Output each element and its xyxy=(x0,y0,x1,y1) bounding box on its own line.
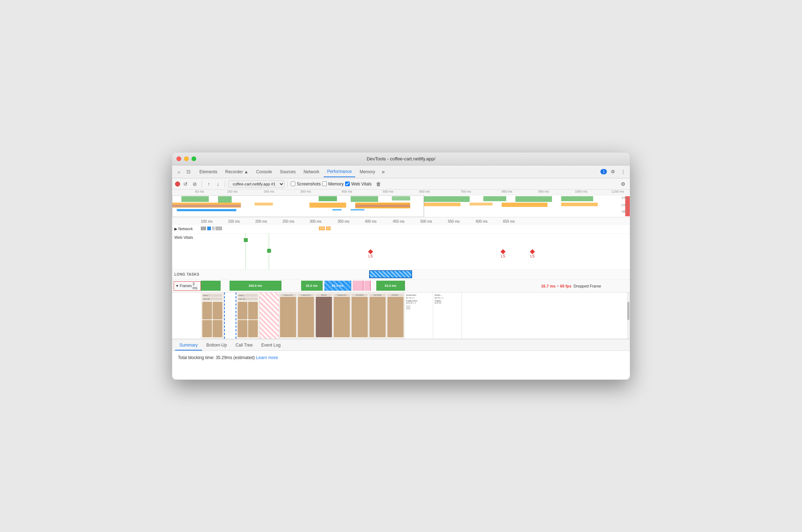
long-tasks-row: LONG TASKS xyxy=(172,270,630,280)
reload-record-button[interactable]: ↺ xyxy=(182,180,189,188)
close-button[interactable] xyxy=(177,156,181,161)
overview-bars[interactable]: FPS CPU NET xyxy=(172,195,630,217)
frame-seg-6 xyxy=(364,281,371,291)
memory-checkbox[interactable] xyxy=(322,182,327,186)
tab-console[interactable]: Console xyxy=(253,166,276,177)
timeline-overview: 50 ms 150 ms 250 ms 350 ms 450 ms 550 ms… xyxy=(172,190,630,217)
frame-seg-2: 150.0 ms xyxy=(230,281,281,291)
net-block-4 xyxy=(216,227,222,230)
learn-more-link[interactable]: Learn more xyxy=(256,355,278,360)
screenshot-1[interactable]: menu cart (0) xyxy=(201,292,224,339)
screenshot-6[interactable]: Cappuccino xyxy=(333,292,351,339)
screenshot-3[interactable]: Cappuccino xyxy=(279,292,297,339)
mark-600: 600 ms xyxy=(476,219,488,223)
tab-sources[interactable]: Sources xyxy=(276,166,299,177)
tab-recorder[interactable]: Recorder ▲ xyxy=(222,166,252,177)
more-tabs-button[interactable]: » xyxy=(380,169,387,175)
record-button[interactable] xyxy=(175,182,180,187)
tab-icons: ⌕ ⊡ xyxy=(175,168,192,176)
web-vitals-row: Web Vitals LS LS LS xyxy=(172,234,630,270)
screenshot-5[interactable]: Mocha xyxy=(315,292,333,339)
ruler-mark-450: 450 ms xyxy=(342,190,352,193)
svg-rect-10 xyxy=(255,203,273,205)
frame-seg-7: 33.3 ms xyxy=(376,281,405,291)
mark-250: 250 ms xyxy=(282,219,294,223)
frames-time: 3 ms xyxy=(193,282,199,290)
screenshots-content: menu cart (0) menu cart (0) xyxy=(201,292,627,339)
svg-rect-2 xyxy=(319,196,337,201)
svg-rect-13 xyxy=(424,203,460,206)
mark-100: 100 ms xyxy=(201,219,213,223)
fullscreen-button[interactable] xyxy=(192,156,196,161)
tab-event-log[interactable]: Event Log xyxy=(257,340,285,350)
screenshots-strip: menu cart (0) menu cart (0) xyxy=(172,292,630,339)
screenshot-9[interactable]: Flat Wh... xyxy=(387,292,405,339)
tab-call-tree[interactable]: Call Tree xyxy=(231,340,257,350)
web-vitals-toggle[interactable]: Web Vitals xyxy=(345,182,372,187)
network-label[interactable]: ▶ Network xyxy=(172,227,201,231)
dropped-frame-info: 16.7 ms ~ 60 fps Dropped Frame xyxy=(541,284,601,288)
main-ruler: 100 ms 150 ms 200 ms 250 ms 300 ms 350 m… xyxy=(172,217,630,224)
screenshot-7[interactable]: Flat White xyxy=(351,292,369,339)
frame-seg-4: 83.3 ms xyxy=(324,281,351,291)
tab-memory[interactable]: Memory xyxy=(356,166,378,177)
tab-performance[interactable]: Performance xyxy=(324,166,356,177)
screenshots-checkbox[interactable] xyxy=(291,182,295,186)
ls-marker-3: LS xyxy=(530,250,535,258)
frames-label: ▼ Frames 3 ms xyxy=(172,281,201,291)
ls-marker-2: LS xyxy=(501,250,505,258)
download-button[interactable]: ↓ xyxy=(214,180,222,188)
minimize-button[interactable] xyxy=(184,156,189,161)
clear-button[interactable]: ⊘ xyxy=(191,180,199,188)
long-tasks-label: LONG TASKS xyxy=(172,272,201,276)
long-task-block xyxy=(369,270,412,278)
title-bar: DevTools - coffee-cart.netlify.app/ xyxy=(172,153,630,165)
svg-rect-5 xyxy=(424,196,470,202)
timeline-scrollbar[interactable] xyxy=(627,292,630,339)
network-content xyxy=(201,224,630,233)
svg-rect-3 xyxy=(351,196,378,202)
green-dot-2 xyxy=(267,249,271,253)
upload-button[interactable]: ↑ xyxy=(205,180,213,188)
screenshot-8[interactable]: Flat White xyxy=(369,292,387,339)
screenshot-cart-2[interactable]: Ameri... $9.00 x 1 Cappu... $19.00 xyxy=(433,292,462,339)
tab-elements[interactable]: Elements xyxy=(196,166,221,177)
net-block-6 xyxy=(326,227,330,230)
device-icon[interactable]: ⊡ xyxy=(184,168,192,176)
devtools-window: DevTools - coffee-cart.netlify.app/ ⌕ ⊡ … xyxy=(172,152,630,380)
svg-rect-15 xyxy=(502,203,547,207)
green-dot-1 xyxy=(244,238,248,242)
settings-button[interactable]: ⚙ xyxy=(619,180,627,188)
settings-icon[interactable]: ⚙ xyxy=(609,168,617,176)
trash-button[interactable]: 🗑 xyxy=(375,180,382,188)
screenshot-2[interactable]: menu cart (0) xyxy=(236,292,260,339)
mark-650: 650 ms xyxy=(503,219,515,223)
screenshot-4[interactable]: Cappuccino xyxy=(297,292,315,339)
scrollbar-thumb[interactable] xyxy=(627,302,629,320)
svg-rect-0 xyxy=(182,196,209,202)
svg-rect-11 xyxy=(309,203,346,208)
svg-rect-18 xyxy=(355,205,410,207)
web-vitals-checkbox[interactable] xyxy=(345,182,350,186)
chat-badge[interactable]: 1 xyxy=(600,169,607,174)
svg-rect-7 xyxy=(516,196,552,202)
ruler-mark-150: 150 ms xyxy=(227,190,238,193)
fps-label: FPS xyxy=(622,196,628,200)
screenshots-toggle[interactable]: Screenshots xyxy=(291,182,321,187)
performance-toolbar: ↺ ⊘ ↑ ↓ coffee-cart.netlify.app #1 Scree… xyxy=(172,178,630,190)
svg-rect-14 xyxy=(470,203,493,205)
tab-summary[interactable]: Summary xyxy=(175,340,202,350)
cursor-icon[interactable]: ⌕ xyxy=(175,168,183,176)
ruler-mark-50: 50 ms xyxy=(195,190,204,193)
profile-selector[interactable]: coffee-cart.netlify.app #1 xyxy=(228,180,285,188)
mark-350: 350 ms xyxy=(338,219,349,223)
more-options-icon[interactable]: ⋮ xyxy=(619,168,627,176)
tab-network[interactable]: Network xyxy=(300,166,323,177)
screenshot-cart-1[interactable]: Americano $7.00 x 1 Cappuccino $19.00 x … xyxy=(405,292,433,339)
ruler-mark-350: 350 ms xyxy=(300,190,311,193)
memory-toggle[interactable]: Memory xyxy=(322,182,344,187)
net-label: NET xyxy=(622,210,628,213)
svg-rect-16 xyxy=(561,203,598,206)
web-vitals-label: Web Vitals xyxy=(172,234,201,240)
tab-bottom-up[interactable]: Bottom-Up xyxy=(202,340,231,350)
